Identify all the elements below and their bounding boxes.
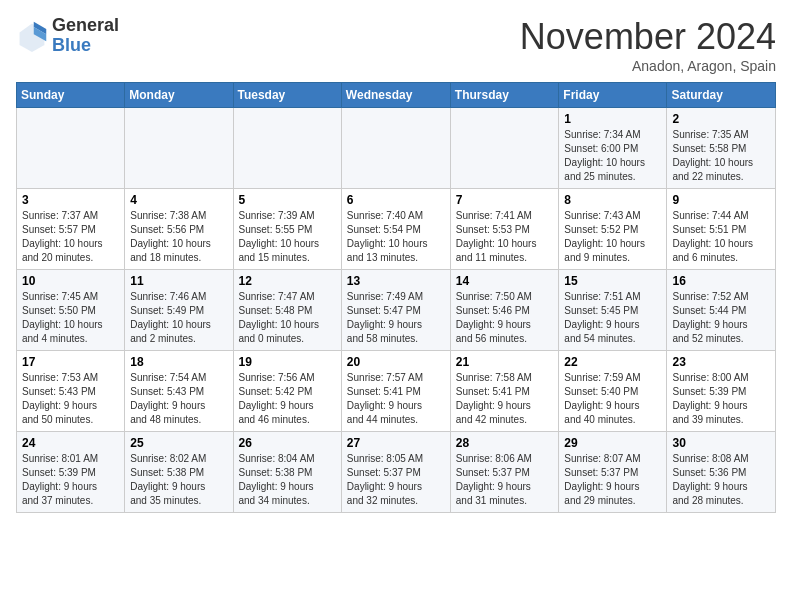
location: Anadon, Aragon, Spain <box>520 58 776 74</box>
day-info: Sunrise: 8:01 AM Sunset: 5:39 PM Dayligh… <box>22 452 119 508</box>
day-info: Sunrise: 7:40 AM Sunset: 5:54 PM Dayligh… <box>347 209 445 265</box>
calendar-cell: 3Sunrise: 7:37 AM Sunset: 5:57 PM Daylig… <box>17 189 125 270</box>
calendar-cell <box>125 108 233 189</box>
day-info: Sunrise: 7:44 AM Sunset: 5:51 PM Dayligh… <box>672 209 770 265</box>
calendar-cell: 8Sunrise: 7:43 AM Sunset: 5:52 PM Daylig… <box>559 189 667 270</box>
day-info: Sunrise: 7:35 AM Sunset: 5:58 PM Dayligh… <box>672 128 770 184</box>
day-number: 30 <box>672 436 770 450</box>
calendar-cell: 7Sunrise: 7:41 AM Sunset: 5:53 PM Daylig… <box>450 189 559 270</box>
day-info: Sunrise: 7:41 AM Sunset: 5:53 PM Dayligh… <box>456 209 554 265</box>
calendar-table: SundayMondayTuesdayWednesdayThursdayFrid… <box>16 82 776 513</box>
day-number: 1 <box>564 112 661 126</box>
day-number: 14 <box>456 274 554 288</box>
calendar-cell: 29Sunrise: 8:07 AM Sunset: 5:37 PM Dayli… <box>559 432 667 513</box>
calendar-cell: 25Sunrise: 8:02 AM Sunset: 5:38 PM Dayli… <box>125 432 233 513</box>
day-info: Sunrise: 7:57 AM Sunset: 5:41 PM Dayligh… <box>347 371 445 427</box>
day-number: 24 <box>22 436 119 450</box>
weekday-header-friday: Friday <box>559 83 667 108</box>
calendar-body: 1Sunrise: 7:34 AM Sunset: 6:00 PM Daylig… <box>17 108 776 513</box>
day-number: 20 <box>347 355 445 369</box>
day-info: Sunrise: 8:08 AM Sunset: 5:36 PM Dayligh… <box>672 452 770 508</box>
logo: General Blue <box>16 16 119 56</box>
title-block: November 2024 Anadon, Aragon, Spain <box>520 16 776 74</box>
calendar-cell <box>233 108 341 189</box>
day-info: Sunrise: 7:47 AM Sunset: 5:48 PM Dayligh… <box>239 290 336 346</box>
day-info: Sunrise: 7:43 AM Sunset: 5:52 PM Dayligh… <box>564 209 661 265</box>
day-number: 9 <box>672 193 770 207</box>
day-number: 22 <box>564 355 661 369</box>
calendar-cell: 26Sunrise: 8:04 AM Sunset: 5:38 PM Dayli… <box>233 432 341 513</box>
day-info: Sunrise: 7:46 AM Sunset: 5:49 PM Dayligh… <box>130 290 227 346</box>
calendar-cell: 22Sunrise: 7:59 AM Sunset: 5:40 PM Dayli… <box>559 351 667 432</box>
day-number: 25 <box>130 436 227 450</box>
calendar-cell: 15Sunrise: 7:51 AM Sunset: 5:45 PM Dayli… <box>559 270 667 351</box>
day-info: Sunrise: 8:02 AM Sunset: 5:38 PM Dayligh… <box>130 452 227 508</box>
day-number: 29 <box>564 436 661 450</box>
calendar-cell: 18Sunrise: 7:54 AM Sunset: 5:43 PM Dayli… <box>125 351 233 432</box>
calendar-cell: 5Sunrise: 7:39 AM Sunset: 5:55 PM Daylig… <box>233 189 341 270</box>
calendar-cell: 16Sunrise: 7:52 AM Sunset: 5:44 PM Dayli… <box>667 270 776 351</box>
calendar-week-4: 17Sunrise: 7:53 AM Sunset: 5:43 PM Dayli… <box>17 351 776 432</box>
month-title: November 2024 <box>520 16 776 58</box>
day-number: 28 <box>456 436 554 450</box>
weekday-header-saturday: Saturday <box>667 83 776 108</box>
day-number: 15 <box>564 274 661 288</box>
day-info: Sunrise: 8:00 AM Sunset: 5:39 PM Dayligh… <box>672 371 770 427</box>
day-number: 12 <box>239 274 336 288</box>
logo-text: General Blue <box>52 16 119 56</box>
day-number: 6 <box>347 193 445 207</box>
day-info: Sunrise: 7:38 AM Sunset: 5:56 PM Dayligh… <box>130 209 227 265</box>
calendar-cell: 4Sunrise: 7:38 AM Sunset: 5:56 PM Daylig… <box>125 189 233 270</box>
calendar-cell: 19Sunrise: 7:56 AM Sunset: 5:42 PM Dayli… <box>233 351 341 432</box>
calendar-week-3: 10Sunrise: 7:45 AM Sunset: 5:50 PM Dayli… <box>17 270 776 351</box>
calendar-cell <box>17 108 125 189</box>
day-info: Sunrise: 7:54 AM Sunset: 5:43 PM Dayligh… <box>130 371 227 427</box>
day-info: Sunrise: 8:06 AM Sunset: 5:37 PM Dayligh… <box>456 452 554 508</box>
calendar-cell: 30Sunrise: 8:08 AM Sunset: 5:36 PM Dayli… <box>667 432 776 513</box>
day-info: Sunrise: 7:50 AM Sunset: 5:46 PM Dayligh… <box>456 290 554 346</box>
calendar-cell: 17Sunrise: 7:53 AM Sunset: 5:43 PM Dayli… <box>17 351 125 432</box>
calendar-week-1: 1Sunrise: 7:34 AM Sunset: 6:00 PM Daylig… <box>17 108 776 189</box>
day-number: 13 <box>347 274 445 288</box>
day-number: 4 <box>130 193 227 207</box>
day-number: 3 <box>22 193 119 207</box>
calendar-cell: 10Sunrise: 7:45 AM Sunset: 5:50 PM Dayli… <box>17 270 125 351</box>
day-info: Sunrise: 7:59 AM Sunset: 5:40 PM Dayligh… <box>564 371 661 427</box>
calendar-cell: 23Sunrise: 8:00 AM Sunset: 5:39 PM Dayli… <box>667 351 776 432</box>
day-info: Sunrise: 7:58 AM Sunset: 5:41 PM Dayligh… <box>456 371 554 427</box>
calendar-cell: 1Sunrise: 7:34 AM Sunset: 6:00 PM Daylig… <box>559 108 667 189</box>
weekday-header-wednesday: Wednesday <box>341 83 450 108</box>
day-number: 16 <box>672 274 770 288</box>
day-info: Sunrise: 8:07 AM Sunset: 5:37 PM Dayligh… <box>564 452 661 508</box>
page-header: General Blue November 2024 Anadon, Arago… <box>16 16 776 74</box>
calendar-cell: 2Sunrise: 7:35 AM Sunset: 5:58 PM Daylig… <box>667 108 776 189</box>
day-number: 2 <box>672 112 770 126</box>
day-info: Sunrise: 7:45 AM Sunset: 5:50 PM Dayligh… <box>22 290 119 346</box>
weekday-header-tuesday: Tuesday <box>233 83 341 108</box>
day-number: 23 <box>672 355 770 369</box>
day-number: 7 <box>456 193 554 207</box>
logo-icon <box>16 20 48 52</box>
weekday-header-monday: Monday <box>125 83 233 108</box>
calendar-cell: 6Sunrise: 7:40 AM Sunset: 5:54 PM Daylig… <box>341 189 450 270</box>
day-info: Sunrise: 8:05 AM Sunset: 5:37 PM Dayligh… <box>347 452 445 508</box>
logo-blue: Blue <box>52 36 119 56</box>
calendar-week-5: 24Sunrise: 8:01 AM Sunset: 5:39 PM Dayli… <box>17 432 776 513</box>
calendar-week-2: 3Sunrise: 7:37 AM Sunset: 5:57 PM Daylig… <box>17 189 776 270</box>
day-number: 8 <box>564 193 661 207</box>
calendar-cell: 20Sunrise: 7:57 AM Sunset: 5:41 PM Dayli… <box>341 351 450 432</box>
calendar-cell <box>341 108 450 189</box>
day-number: 19 <box>239 355 336 369</box>
calendar-cell: 12Sunrise: 7:47 AM Sunset: 5:48 PM Dayli… <box>233 270 341 351</box>
day-number: 5 <box>239 193 336 207</box>
day-info: Sunrise: 7:34 AM Sunset: 6:00 PM Dayligh… <box>564 128 661 184</box>
day-info: Sunrise: 7:51 AM Sunset: 5:45 PM Dayligh… <box>564 290 661 346</box>
day-number: 27 <box>347 436 445 450</box>
calendar-cell: 11Sunrise: 7:46 AM Sunset: 5:49 PM Dayli… <box>125 270 233 351</box>
calendar-cell: 24Sunrise: 8:01 AM Sunset: 5:39 PM Dayli… <box>17 432 125 513</box>
logo-general: General <box>52 16 119 36</box>
day-number: 21 <box>456 355 554 369</box>
day-info: Sunrise: 8:04 AM Sunset: 5:38 PM Dayligh… <box>239 452 336 508</box>
calendar-cell: 13Sunrise: 7:49 AM Sunset: 5:47 PM Dayli… <box>341 270 450 351</box>
day-info: Sunrise: 7:39 AM Sunset: 5:55 PM Dayligh… <box>239 209 336 265</box>
